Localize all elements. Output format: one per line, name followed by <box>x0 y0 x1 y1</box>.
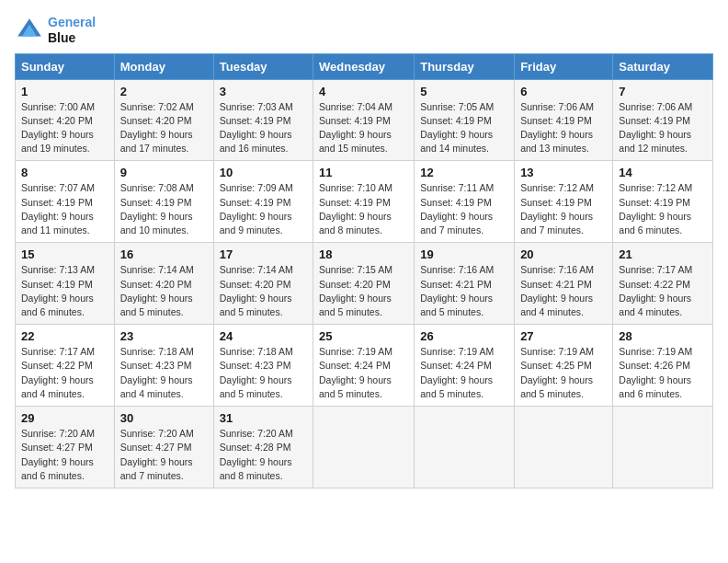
calendar-cell: 9Sunrise: 7:08 AM Sunset: 4:19 PM Daylig… <box>114 161 213 243</box>
day-number: 27 <box>520 329 607 343</box>
day-number: 30 <box>120 411 208 425</box>
header-sunday: Sunday <box>16 53 115 79</box>
calendar-cell: 3Sunrise: 7:03 AM Sunset: 4:19 PM Daylig… <box>213 79 313 161</box>
day-info: Sunrise: 7:06 AM Sunset: 4:19 PM Dayligh… <box>619 100 707 156</box>
calendar-cell: 26Sunrise: 7:19 AM Sunset: 4:24 PM Dayli… <box>415 325 515 407</box>
week-row-2: 8Sunrise: 7:07 AM Sunset: 4:19 PM Daylig… <box>16 161 713 243</box>
day-number: 2 <box>120 85 208 98</box>
calendar-cell <box>613 407 713 488</box>
calendar-cell: 8Sunrise: 7:07 AM Sunset: 4:19 PM Daylig… <box>16 161 115 243</box>
calendar-cell: 10Sunrise: 7:09 AM Sunset: 4:19 PM Dayli… <box>213 161 313 243</box>
day-info: Sunrise: 7:02 AM Sunset: 4:20 PM Dayligh… <box>120 100 208 156</box>
week-row-1: 1Sunrise: 7:00 AM Sunset: 4:20 PM Daylig… <box>16 79 713 161</box>
calendar-cell <box>415 407 515 488</box>
day-info: Sunrise: 7:12 AM Sunset: 4:19 PM Dayligh… <box>619 181 707 237</box>
day-number: 9 <box>120 166 208 179</box>
day-number: 11 <box>319 166 408 179</box>
calendar-cell: 20Sunrise: 7:16 AM Sunset: 4:21 PM Dayli… <box>515 243 613 325</box>
day-number: 4 <box>319 85 408 98</box>
calendar-cell: 1Sunrise: 7:00 AM Sunset: 4:20 PM Daylig… <box>16 79 115 161</box>
day-number: 31 <box>220 411 307 425</box>
day-info: Sunrise: 7:10 AM Sunset: 4:19 PM Dayligh… <box>319 181 408 237</box>
day-info: Sunrise: 7:20 AM Sunset: 4:27 PM Dayligh… <box>120 427 208 483</box>
day-number: 7 <box>619 85 707 98</box>
calendar-cell <box>313 407 415 488</box>
calendar-cell: 29Sunrise: 7:20 AM Sunset: 4:27 PM Dayli… <box>16 407 115 488</box>
calendar-cell: 21Sunrise: 7:17 AM Sunset: 4:22 PM Dayli… <box>613 243 713 325</box>
calendar-cell: 14Sunrise: 7:12 AM Sunset: 4:19 PM Dayli… <box>613 161 713 243</box>
calendar-cell: 5Sunrise: 7:05 AM Sunset: 4:19 PM Daylig… <box>415 79 515 161</box>
calendar-cell: 19Sunrise: 7:16 AM Sunset: 4:21 PM Dayli… <box>415 243 515 325</box>
day-info: Sunrise: 7:19 AM Sunset: 4:24 PM Dayligh… <box>420 345 508 401</box>
header-tuesday: Tuesday <box>213 53 313 79</box>
calendar-cell: 28Sunrise: 7:19 AM Sunset: 4:26 PM Dayli… <box>613 325 713 407</box>
calendar-cell: 4Sunrise: 7:04 AM Sunset: 4:19 PM Daylig… <box>313 79 415 161</box>
week-row-4: 22Sunrise: 7:17 AM Sunset: 4:22 PM Dayli… <box>16 325 713 407</box>
day-number: 5 <box>420 85 508 98</box>
calendar-cell: 2Sunrise: 7:02 AM Sunset: 4:20 PM Daylig… <box>114 79 213 161</box>
day-number: 13 <box>520 166 607 179</box>
calendar-cell: 7Sunrise: 7:06 AM Sunset: 4:19 PM Daylig… <box>613 79 713 161</box>
day-number: 10 <box>220 166 307 179</box>
day-info: Sunrise: 7:00 AM Sunset: 4:20 PM Dayligh… <box>21 100 108 156</box>
header-wednesday: Wednesday <box>313 53 415 79</box>
day-info: Sunrise: 7:18 AM Sunset: 4:23 PM Dayligh… <box>120 345 208 401</box>
calendar-cell: 16Sunrise: 7:14 AM Sunset: 4:20 PM Dayli… <box>114 243 213 325</box>
day-info: Sunrise: 7:16 AM Sunset: 4:21 PM Dayligh… <box>420 263 508 319</box>
calendar-header-row: SundayMondayTuesdayWednesdayThursdayFrid… <box>16 53 713 79</box>
day-number: 16 <box>120 247 208 261</box>
day-info: Sunrise: 7:19 AM Sunset: 4:25 PM Dayligh… <box>520 345 607 401</box>
day-number: 21 <box>619 247 707 261</box>
calendar-cell: 27Sunrise: 7:19 AM Sunset: 4:25 PM Dayli… <box>515 325 613 407</box>
day-info: Sunrise: 7:19 AM Sunset: 4:24 PM Dayligh… <box>319 345 408 401</box>
calendar-cell: 23Sunrise: 7:18 AM Sunset: 4:23 PM Dayli… <box>114 325 213 407</box>
day-info: Sunrise: 7:05 AM Sunset: 4:19 PM Dayligh… <box>420 100 508 156</box>
calendar-cell: 15Sunrise: 7:13 AM Sunset: 4:19 PM Dayli… <box>16 243 115 325</box>
calendar-cell <box>515 407 613 488</box>
day-number: 28 <box>619 329 707 343</box>
day-number: 1 <box>21 85 108 98</box>
page-header: General Blue <box>15 15 713 46</box>
calendar-cell: 22Sunrise: 7:17 AM Sunset: 4:22 PM Dayli… <box>16 325 115 407</box>
day-info: Sunrise: 7:14 AM Sunset: 4:20 PM Dayligh… <box>220 263 307 319</box>
day-info: Sunrise: 7:06 AM Sunset: 4:19 PM Dayligh… <box>520 100 607 156</box>
day-info: Sunrise: 7:17 AM Sunset: 4:22 PM Dayligh… <box>619 263 707 319</box>
calendar-cell: 25Sunrise: 7:19 AM Sunset: 4:24 PM Dayli… <box>313 325 415 407</box>
week-row-3: 15Sunrise: 7:13 AM Sunset: 4:19 PM Dayli… <box>16 243 713 325</box>
day-number: 22 <box>21 329 108 343</box>
day-number: 15 <box>21 247 108 261</box>
day-info: Sunrise: 7:11 AM Sunset: 4:19 PM Dayligh… <box>420 181 508 237</box>
day-number: 8 <box>21 166 108 179</box>
day-info: Sunrise: 7:08 AM Sunset: 4:19 PM Dayligh… <box>120 181 208 237</box>
day-info: Sunrise: 7:14 AM Sunset: 4:20 PM Dayligh… <box>120 263 208 319</box>
day-info: Sunrise: 7:18 AM Sunset: 4:23 PM Dayligh… <box>220 345 307 401</box>
header-monday: Monday <box>114 53 213 79</box>
day-number: 29 <box>21 411 108 425</box>
day-number: 19 <box>420 247 508 261</box>
day-number: 6 <box>520 85 607 98</box>
day-info: Sunrise: 7:09 AM Sunset: 4:19 PM Dayligh… <box>220 181 307 237</box>
header-friday: Friday <box>515 53 613 79</box>
day-number: 12 <box>420 166 508 179</box>
day-info: Sunrise: 7:17 AM Sunset: 4:22 PM Dayligh… <box>21 345 108 401</box>
day-info: Sunrise: 7:04 AM Sunset: 4:19 PM Dayligh… <box>319 100 408 156</box>
logo-icon <box>15 16 44 45</box>
day-info: Sunrise: 7:12 AM Sunset: 4:19 PM Dayligh… <box>520 181 607 237</box>
day-info: Sunrise: 7:13 AM Sunset: 4:19 PM Dayligh… <box>21 263 108 319</box>
day-number: 20 <box>520 247 607 261</box>
day-info: Sunrise: 7:20 AM Sunset: 4:27 PM Dayligh… <box>21 427 108 483</box>
logo: General Blue <box>15 15 96 46</box>
calendar-cell: 11Sunrise: 7:10 AM Sunset: 4:19 PM Dayli… <box>313 161 415 243</box>
calendar-cell: 17Sunrise: 7:14 AM Sunset: 4:20 PM Dayli… <box>213 243 313 325</box>
calendar-cell: 18Sunrise: 7:15 AM Sunset: 4:20 PM Dayli… <box>313 243 415 325</box>
day-info: Sunrise: 7:03 AM Sunset: 4:19 PM Dayligh… <box>220 100 307 156</box>
logo-text: General Blue <box>48 15 96 46</box>
day-number: 26 <box>420 329 508 343</box>
day-info: Sunrise: 7:16 AM Sunset: 4:21 PM Dayligh… <box>520 263 607 319</box>
day-number: 23 <box>120 329 208 343</box>
calendar-cell: 30Sunrise: 7:20 AM Sunset: 4:27 PM Dayli… <box>114 407 213 488</box>
day-number: 24 <box>220 329 307 343</box>
calendar-cell: 24Sunrise: 7:18 AM Sunset: 4:23 PM Dayli… <box>213 325 313 407</box>
day-info: Sunrise: 7:15 AM Sunset: 4:20 PM Dayligh… <box>319 263 408 319</box>
header-thursday: Thursday <box>415 53 515 79</box>
